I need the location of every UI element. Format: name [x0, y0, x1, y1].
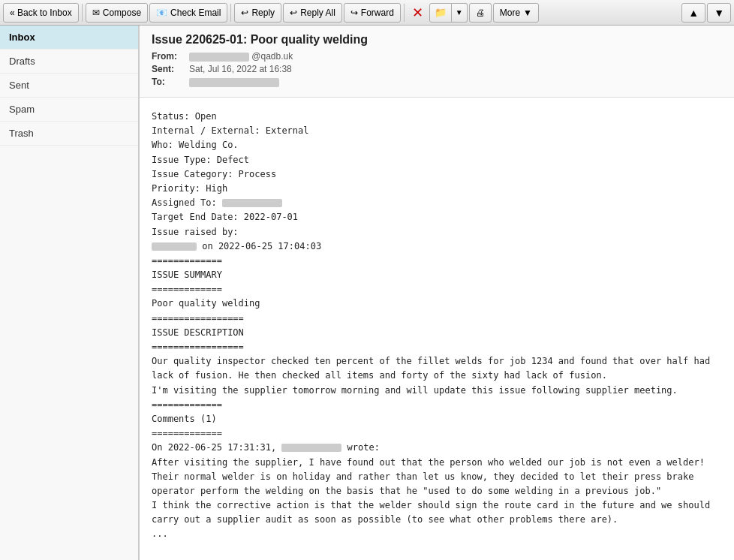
toolbar: « Back to Inbox ✉ Compose 📧 Check Email …	[0, 0, 734, 26]
sidebar-item-sent[interactable]: Sent	[0, 74, 138, 98]
body-sep2: =============	[152, 282, 722, 297]
body-desc1: Our quality inspector checked ten percen…	[152, 354, 722, 369]
body-raised-label: Issue raised by:	[152, 225, 722, 239]
body-sep5: =============	[152, 398, 722, 412]
to-label: To:	[152, 77, 189, 87]
body-comment4: I think the corrective action is that th…	[152, 498, 722, 513]
body-desc3: I'm visiting the supplier tomorrow morni…	[152, 384, 722, 398]
body-who: Who: Welding Co.	[152, 138, 722, 152]
check-email-label: Check Email	[170, 8, 221, 18]
forward-label: Forward	[361, 8, 394, 18]
body-comment3: operator perform the welding on the basi…	[152, 484, 722, 498]
compose-button[interactable]: ✉ Compose	[86, 3, 148, 23]
to-redacted	[189, 78, 279, 87]
body-poor-quality: Poor quality welding	[152, 297, 722, 311]
body-raised-by: on 2022-06-25 17:04:03	[152, 239, 722, 254]
reply-icon: ↩	[241, 8, 248, 18]
sidebar-item-drafts[interactable]: Drafts	[0, 50, 138, 74]
to-value	[189, 77, 279, 87]
body-issue-category: Issue Category: Process	[152, 167, 722, 182]
assigned-to-redacted	[222, 199, 282, 207]
print-button[interactable]: 🖨	[469, 3, 492, 23]
folder-dropdown-button[interactable]: ▼	[452, 3, 468, 23]
forward-button[interactable]: ↪ Forward	[344, 3, 401, 23]
from-label: From:	[152, 51, 189, 62]
body-sep1: =============	[152, 254, 722, 268]
to-row: To:	[152, 77, 722, 87]
sent-value: Sat, Jul 16, 2022 at 16:38	[189, 64, 292, 74]
sidebar: Inbox Drafts Sent Spam Trash	[0, 26, 139, 560]
body-comment1: After visiting the supplier, I have foun…	[152, 456, 722, 470]
body-comment5: carry out a supplier audit as soon as po…	[152, 513, 722, 527]
comment-date: On 2022-06-25 17:31:31,	[152, 442, 281, 453]
reply-button[interactable]: ↩ Reply	[234, 3, 281, 23]
email-header: Issue 220625-01: Poor quality welding Fr…	[140, 26, 734, 98]
commenter-redacted	[281, 444, 341, 452]
body-desc2: lack of fusion. He then checked all item…	[152, 369, 722, 383]
email-body: Status: Open Internal / External: Extern…	[140, 98, 734, 554]
email-subject: Issue 220625-01: Poor quality welding	[152, 33, 722, 47]
sidebar-item-trash[interactable]: Trash	[0, 122, 138, 146]
raised-suffix: on 2022-06-25 17:04:03	[197, 241, 321, 251]
compose-label: Compose	[103, 8, 141, 18]
body-ellipsis: ...	[152, 527, 722, 541]
back-to-inbox-button[interactable]: « Back to Inbox	[3, 3, 79, 23]
from-redacted	[189, 53, 249, 62]
delete-button[interactable]: ✕	[408, 3, 428, 23]
forward-icon: ↪	[350, 8, 358, 18]
sidebar-item-spam[interactable]: Spam	[0, 98, 138, 122]
separator3	[404, 4, 405, 22]
body-status: Status: Open	[152, 110, 722, 124]
check-email-button[interactable]: 📧 Check Email	[149, 3, 227, 23]
more-label: More	[500, 8, 520, 18]
separator	[82, 4, 83, 22]
next-email-button[interactable]: ▼	[707, 3, 731, 23]
from-domain: @qadb.uk	[251, 51, 293, 62]
compose-icon: ✉	[92, 8, 100, 18]
reply-all-label: Reply All	[300, 8, 335, 18]
reply-all-button[interactable]: ↩ Reply All	[283, 3, 342, 23]
sent-label: Sent:	[152, 64, 189, 74]
more-arrow-icon: ▼	[523, 8, 532, 18]
body-issue-desc: ISSUE DESCRIPTION	[152, 326, 722, 340]
folder-group: 📁 ▼	[429, 3, 468, 23]
sent-row: Sent: Sat, Jul 16, 2022 at 16:38	[152, 64, 722, 74]
body-internal-external: Internal / External: External	[152, 124, 722, 138]
body-assigned-to: Assigned To:	[152, 196, 722, 210]
more-button[interactable]: More ▼	[493, 3, 539, 23]
body-issue-type: Issue Type: Defect	[152, 153, 722, 167]
comment-wrote: wrote:	[341, 442, 380, 453]
body-priority: Priority: High	[152, 182, 722, 196]
from-row: From: @qadb.uk	[152, 51, 722, 62]
body-sep3: =================	[152, 312, 722, 326]
email-pane: Issue 220625-01: Poor quality welding Fr…	[139, 26, 734, 560]
body-sep4: =================	[152, 340, 722, 354]
main-layout: Inbox Drafts Sent Spam Trash Issue 22062…	[0, 26, 734, 560]
body-issue-summary: ISSUE SUMMARY	[152, 268, 722, 282]
print-icon: 🖨	[476, 8, 485, 18]
body-target-end-date: Target End Date: 2022-07-01	[152, 210, 722, 224]
reply-all-icon: ↩	[290, 8, 297, 18]
body-comment-header: On 2022-06-25 17:31:31, wrote:	[152, 441, 722, 455]
body-comment2: Their normal welder is on holiday and ra…	[152, 470, 722, 484]
check-email-icon: 📧	[156, 8, 167, 18]
raised-by-redacted	[152, 242, 197, 251]
body-assigned-prefix: Assigned To:	[152, 197, 222, 208]
reply-label: Reply	[251, 8, 275, 18]
folder-icon: 📁	[435, 7, 447, 18]
prev-email-button[interactable]: ▲	[681, 3, 705, 23]
sidebar-item-inbox[interactable]: Inbox	[0, 26, 138, 50]
separator2	[230, 4, 231, 22]
body-sep6: =============	[152, 426, 722, 441]
from-value: @qadb.uk	[189, 51, 293, 62]
body-comments: Comments (1)	[152, 412, 722, 426]
folder-button[interactable]: 📁	[429, 3, 452, 23]
